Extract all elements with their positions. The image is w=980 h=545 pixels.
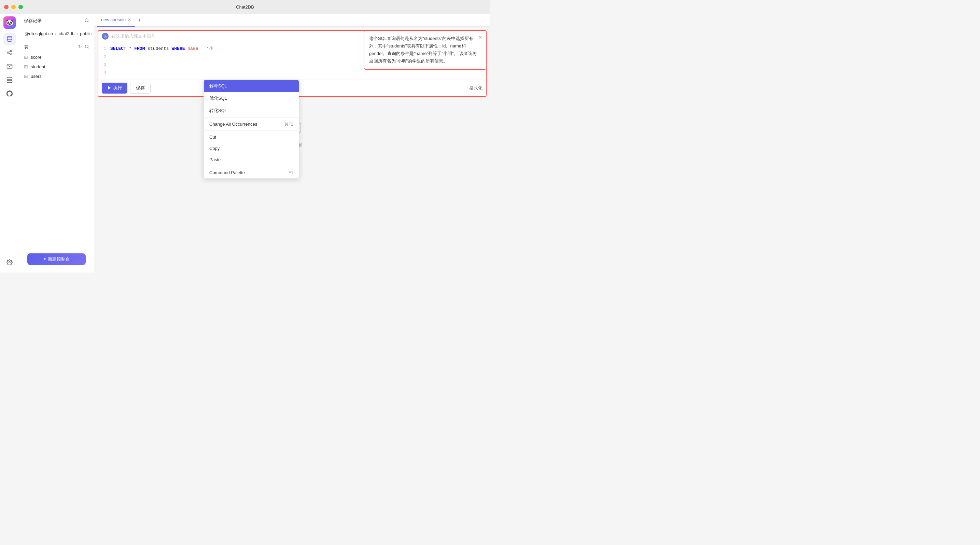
table-icon-users: ⊞ [24, 73, 28, 79]
sidebar-item-database[interactable] [3, 33, 16, 45]
kw-table: students [148, 46, 172, 51]
context-menu-label-cut: Cut [209, 135, 216, 140]
svg-line-14 [88, 48, 88, 48]
kw-where: WHERE [172, 46, 185, 51]
table-section-header: 表 ↻ [19, 42, 94, 52]
minimize-button[interactable] [11, 5, 16, 9]
context-menu-item-paste[interactable]: Paste [204, 154, 299, 165]
context-menu-label-explain: 解释SQL [209, 83, 227, 89]
table-section-icons: ↻ [78, 44, 89, 50]
svg-line-12 [88, 21, 89, 22]
kw-value: name = '小 [188, 46, 213, 51]
sidebar-item-github[interactable] [3, 87, 16, 100]
saved-records-title: 保存记录 [24, 18, 42, 24]
breadcrumb-arrow-1: › [55, 31, 56, 36]
main-layout: 🐼 [0, 14, 490, 272]
svg-point-1 [10, 50, 12, 52]
table-section-title: 表 [24, 44, 28, 50]
svg-point-2 [7, 52, 9, 54]
context-menu-label-paste: Paste [209, 157, 221, 162]
sidebar-item-storage[interactable] [3, 74, 16, 86]
context-menu-item-copy[interactable]: Copy [204, 143, 299, 154]
svg-rect-7 [7, 81, 12, 83]
icon-sidebar: 🐼 [0, 14, 19, 272]
context-menu: 解释SQL 优化SQL 转化SQL Change All Occurrences… [204, 79, 299, 179]
editor-area: ◎ 在这里输入纯文本语句 1 SELECT * FROM students WH… [94, 27, 490, 272]
db-table: public [80, 31, 92, 36]
svg-line-5 [8, 51, 10, 52]
context-menu-item-explain[interactable]: 解释SQL [204, 80, 299, 92]
svg-rect-6 [7, 78, 12, 79]
table-icon-student: ⊞ [24, 64, 28, 69]
context-menu-item-change-all[interactable]: Change All Occurrences ⌘F2 [204, 119, 299, 130]
line-num-1: 1 [98, 46, 110, 52]
context-menu-label-convert: 转化SQL [209, 108, 227, 114]
menu-divider-2 [204, 130, 299, 131]
tabs-bar: new console ✕ + [94, 14, 490, 27]
sidebar-item-settings[interactable] [3, 257, 16, 270]
editor-actions-left: ▶ 执行 保存 [102, 83, 151, 94]
shortcut-change-all: ⌘F2 [285, 122, 293, 127]
code-line-4: 4 [98, 69, 486, 77]
saved-records-header: 保存记录 [19, 14, 94, 29]
table-name-users: users [31, 74, 42, 79]
tab-add-icon[interactable]: + [135, 17, 144, 23]
maximize-button[interactable] [18, 5, 23, 9]
context-menu-item-cut[interactable]: Cut [204, 132, 299, 143]
svg-point-13 [85, 45, 88, 48]
breadcrumb-arrow-2: › [76, 31, 78, 36]
tab-new-console[interactable]: new console ✕ [97, 14, 135, 27]
titlebar: Chat2DB [0, 0, 490, 14]
table-item-score[interactable]: ⊞ score [19, 52, 94, 62]
line-num-2: 2 [98, 54, 110, 60]
context-menu-item-command-palette[interactable]: Command Palette F1 [204, 167, 299, 178]
close-button[interactable] [4, 5, 8, 9]
ai-panel-content: 这个SQL查询语句是从名为"students"的表中选择所有列，其中"stude… [369, 36, 477, 64]
db-schema: chat2db [59, 31, 75, 36]
svg-point-11 [85, 18, 88, 22]
table-section: 表 ↻ ⊞ score ⊞ student [19, 39, 94, 84]
context-menu-label-optimize: 优化SQL [209, 95, 227, 102]
table-icon-score: ⊞ [24, 54, 28, 60]
content-area: new console ✕ + ◎ 在这里输入纯文本语句 1 S [94, 14, 490, 272]
table-item-student[interactable]: ⊞ student [19, 62, 94, 72]
window-controls [4, 5, 23, 9]
search-table-icon[interactable] [85, 44, 89, 50]
left-panel: 保存记录 @db.sqlgpt.cn › chat2db › public ↻ … [19, 14, 94, 272]
kw-select: SELECT [110, 46, 126, 51]
kw-star: * [129, 46, 135, 51]
search-icon[interactable] [84, 18, 89, 24]
svg-line-4 [8, 53, 10, 54]
kw-from: FROM [134, 46, 145, 51]
table-name-student: student [31, 64, 45, 69]
refresh-table-icon[interactable]: ↻ [78, 44, 82, 50]
sidebar-item-connections[interactable] [3, 46, 16, 59]
ai-placeholder[interactable]: 在这里输入纯文本语句 [111, 33, 156, 39]
table-item-users[interactable]: ⊞ users [19, 72, 94, 81]
sidebar-item-mail[interactable] [3, 60, 16, 72]
line-num-3: 3 [98, 62, 110, 68]
tab-close-icon[interactable]: ✕ [128, 17, 131, 22]
menu-divider-3 [204, 166, 299, 166]
line-num-4: 4 [98, 70, 110, 76]
svg-point-3 [10, 54, 12, 55]
app-logo: 🐼 [3, 16, 16, 29]
db-breadcrumb: @db.sqlgpt.cn › chat2db › public ↻ [19, 29, 94, 39]
context-menu-item-optimize[interactable]: 优化SQL [204, 92, 299, 105]
context-menu-label-change-all: Change All Occurrences [209, 122, 257, 127]
ai-icon: ◎ [102, 33, 108, 40]
table-name-score: score [31, 55, 42, 60]
context-menu-item-convert[interactable]: 转化SQL [204, 105, 299, 117]
execute-button[interactable]: ▶ 执行 [102, 83, 127, 94]
menu-divider-1 [204, 118, 299, 118]
app-title: Chat2DB [236, 5, 254, 10]
shortcut-command-palette: F1 [288, 170, 293, 175]
save-button[interactable]: 保存 [130, 83, 151, 94]
svg-point-0 [7, 37, 12, 38]
format-button[interactable]: 格式化 [469, 85, 482, 91]
context-menu-label-command-palette: Command Palette [209, 170, 245, 175]
new-console-button[interactable]: ✦ 新建控制台 [27, 253, 86, 265]
ai-panel-close-icon[interactable]: ✕ [478, 33, 482, 42]
ai-explanation-panel: ✕ 这个SQL查询语句是从名为"students"的表中选择所有列，其中"stu… [364, 30, 487, 70]
tab-label: new console [101, 17, 126, 22]
